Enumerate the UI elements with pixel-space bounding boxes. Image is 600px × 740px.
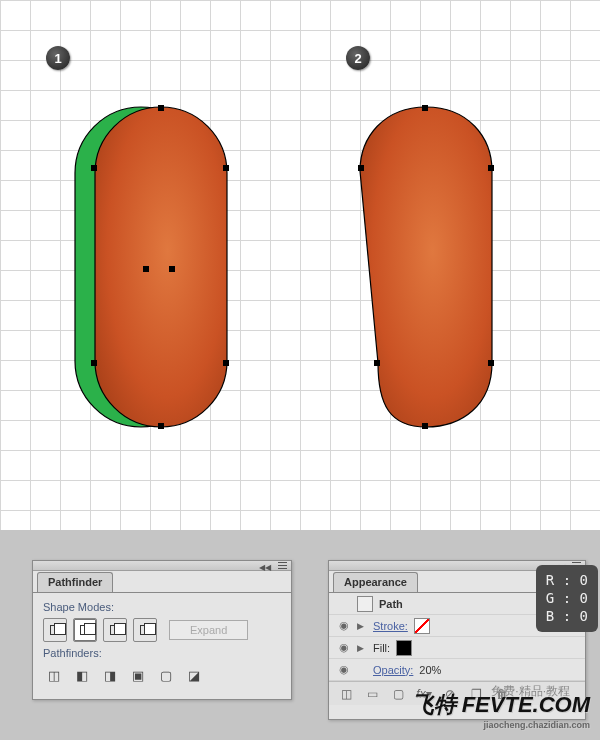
anchor[interactable] [422,105,428,111]
opacity-value: 20% [419,664,441,676]
tab-pathfinder[interactable]: Pathfinder [37,572,113,592]
anchor[interactable] [91,360,97,366]
rgb-g: G : 0 [546,589,588,607]
rgb-b: B : 0 [546,607,588,625]
new-stroke-icon[interactable]: ▢ [389,685,407,703]
anchor[interactable] [91,165,97,171]
fill-label: Fill: [373,642,390,654]
chevron-right-icon[interactable]: ▶ [357,643,367,653]
new-fill-icon[interactable]: ▭ [363,685,381,703]
appearance-opacity-row[interactable]: ◉ Opacity: 20% [329,659,585,681]
object-label: Path [379,598,403,610]
chevron-right-icon[interactable]: ▶ [357,621,367,631]
artboard: 1 2 [0,0,600,530]
shape-unite-button[interactable] [43,618,67,642]
capsule-left[interactable] [73,105,233,445]
step-badge-2: 2 [346,46,370,70]
anchor[interactable] [422,423,428,429]
object-thumb [357,596,373,612]
anchor[interactable] [143,266,149,272]
anchor[interactable] [223,165,229,171]
pf-divide-button[interactable]: ◫ [43,664,65,686]
unite-icon [50,625,60,635]
panel-flyout-bar: ◀◀ [33,561,291,571]
pf-crop-button[interactable]: ▣ [127,664,149,686]
pf-outline-button[interactable]: ▢ [155,664,177,686]
anchor[interactable] [223,360,229,366]
appearance-fill-row[interactable]: ◉ ▶ Fill: [329,637,585,659]
watermark: 飞特 FEVTE.COM jiaocheng.chazidian.com [412,690,590,730]
rgb-readout: R : 0 G : 0 B : 0 [536,565,598,632]
pathfinders-label: Pathfinders: [43,647,281,659]
stroke-swatch[interactable] [414,618,430,634]
opacity-label[interactable]: Opacity: [373,664,413,676]
tab-appearance[interactable]: Appearance [333,572,418,592]
tab-row: Pathfinder [33,571,291,593]
collapse-icon[interactable]: ◀◀ [259,563,271,572]
anchor[interactable] [158,423,164,429]
pathfinder-panel: ◀◀ Pathfinder Shape Modes: Expand Pathfi… [32,560,292,700]
pf-trim-button[interactable]: ◧ [71,664,93,686]
fill-swatch[interactable] [396,640,412,656]
stroke-label[interactable]: Stroke: [373,620,408,632]
pf-merge-button[interactable]: ◨ [99,664,121,686]
shape-intersect-button[interactable] [103,618,127,642]
visibility-toggle[interactable]: ◉ [337,619,351,632]
anchor[interactable] [358,165,364,171]
step-badge-1: 1 [46,46,70,70]
minus-front-icon [80,625,90,635]
rgb-r: R : 0 [546,571,588,589]
visibility-toggle[interactable]: ◉ [337,663,351,676]
visibility-toggle[interactable]: ◉ [337,641,351,654]
anchor[interactable] [488,360,494,366]
shape-minus-front-button[interactable] [73,618,97,642]
shape-exclude-button[interactable] [133,618,157,642]
panel-menu-icon[interactable] [278,562,287,569]
pf-minus-back-button[interactable]: ◪ [183,664,205,686]
exclude-icon [140,625,150,635]
anchor[interactable] [169,266,175,272]
capsule-right[interactable] [358,105,518,445]
anchor[interactable] [374,360,380,366]
intersect-icon [110,625,120,635]
svg-rect-1 [95,107,227,427]
anchor[interactable] [488,165,494,171]
shape-modes-label: Shape Modes: [43,601,281,613]
expand-button: Expand [169,620,248,640]
anchor[interactable] [158,105,164,111]
no-selection-icon: ◫ [337,685,355,703]
